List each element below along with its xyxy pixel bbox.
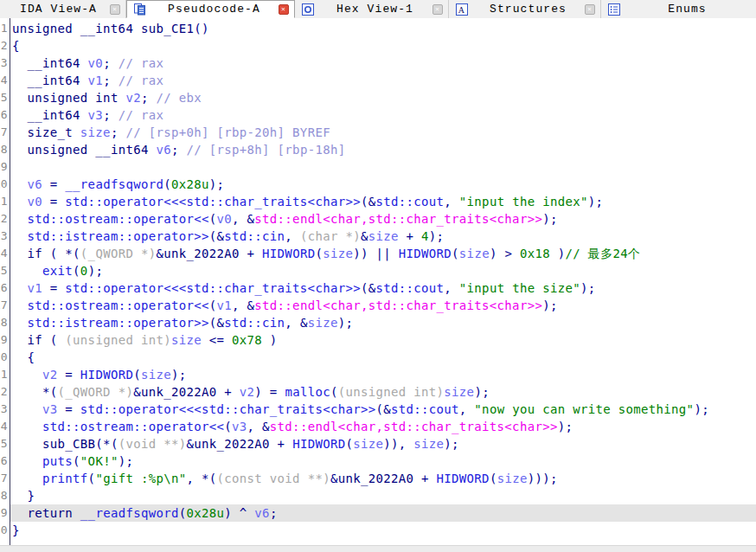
token-pl: ( <box>209 212 217 226</box>
token-pl <box>12 437 42 451</box>
tab-structures[interactable]: AStructures✕ <box>449 0 601 18</box>
token-pl: ); <box>474 385 490 399</box>
code-text: } <box>10 487 756 504</box>
token-pl: , & <box>247 420 270 433</box>
code-line[interactable]: 3 __int64 v0; // rax <box>0 55 756 72</box>
code-line[interactable]: 28 } <box>0 487 756 504</box>
token-num: 0 <box>80 264 88 278</box>
token-pl <box>12 368 42 382</box>
code-line[interactable]: 17 std::ostream::operator<<(v1, &std::en… <box>0 297 756 314</box>
line-number: 30 <box>0 522 10 539</box>
code-line[interactable]: 14 if ( *((_QWORD *)&unk_2022A0 + HIDWOR… <box>0 245 756 262</box>
code-line[interactable]: 13 std::istream::operator>>(&std::cin, (… <box>0 228 756 245</box>
code-line[interactable]: 25 sub_CBB(*((void **)&unk_2022A0 + HIDW… <box>0 435 756 453</box>
code-line[interactable]: 11 v0 = std::operator<<<std::char_traits… <box>0 193 756 210</box>
close-icon[interactable]: ✕ <box>585 4 595 15</box>
close-icon[interactable]: ✕ <box>279 4 289 15</box>
line-number: 2 <box>0 37 10 55</box>
token-pl: ( <box>315 247 323 260</box>
horizontal-scrollbar[interactable] <box>0 545 756 552</box>
token-var: size <box>171 333 202 347</box>
token-pl: *( <box>12 385 58 399</box>
token-fn: std::cin <box>224 316 285 330</box>
code-line[interactable]: 23 v3 = std::operator<<<std::char_traits… <box>0 401 756 418</box>
token-pl: ( <box>209 298 217 312</box>
token-pl: , *( <box>186 472 216 485</box>
code-line[interactable]: 20 { <box>0 349 756 366</box>
code-text: if ( *((_QWORD *)&unk_2022A0 + HIDWORD(s… <box>10 245 756 262</box>
token-fn: __readfsqword <box>65 177 163 191</box>
token-fn: HIDWORD <box>80 368 133 382</box>
token-pl <box>12 298 28 312</box>
line-number: 25 <box>0 435 10 453</box>
code-line[interactable]: 27 printf("gift :%p\n", *((const void **… <box>0 470 756 487</box>
token-fn: std::cout <box>391 402 459 416</box>
token-pl <box>12 56 28 70</box>
token-var: size <box>308 316 338 330</box>
code-line[interactable]: 21 v2 = HIDWORD(size); <box>0 366 756 383</box>
code-line[interactable]: 1unsigned __int64 sub_CE1() <box>0 20 756 37</box>
token-cast: (char *) <box>300 229 361 243</box>
token-fn: std::ostream::operator<< <box>28 298 209 312</box>
code-line[interactable]: 9 <box>0 158 756 176</box>
token-var: v3 <box>42 402 58 416</box>
token-pl: ); <box>588 195 604 209</box>
code-line[interactable]: 2{ <box>0 37 756 55</box>
tab-bar: IDA View-A✕Pseudocode-A✕Hex View-1✕AStru… <box>0 0 756 18</box>
token-pl: ( <box>42 333 65 347</box>
tab-ida-view-a[interactable]: IDA View-A✕ <box>0 0 126 18</box>
code-text: std::istream::operator>>(&std::cin, (cha… <box>10 228 756 245</box>
code-line[interactable]: 22 *((_QWORD *)&unk_2022A0 + v2) = mallo… <box>0 383 756 401</box>
close-icon[interactable]: ✕ <box>110 4 120 15</box>
code-text: v2 = HIDWORD(size); <box>10 366 756 383</box>
token-var: v6 <box>254 506 270 520</box>
token-cmt: // rax <box>119 74 164 87</box>
tab-hex-view-1[interactable]: Hex View-1✕ <box>295 0 449 18</box>
tab-enums[interactable]: Enums <box>601 0 756 18</box>
token-pl: )), <box>383 437 413 451</box>
token-pl: ); <box>338 316 354 330</box>
token-kw: __int64 <box>28 56 88 70</box>
token-pl: (& <box>361 195 376 209</box>
code-line[interactable]: 6 __int64 v3; // rax <box>0 106 756 124</box>
code-line[interactable]: 8 unsigned __int64 v6; // [rsp+8h] [rbp-… <box>0 141 756 158</box>
code-line[interactable]: 7 size_t size; // [rsp+0h] [rbp-20h] BYR… <box>0 124 756 141</box>
close-icon[interactable]: ✕ <box>432 4 443 15</box>
token-pl <box>12 281 28 295</box>
code-text: __int64 v1; // rax <box>10 72 756 89</box>
token-pl: & <box>186 437 194 451</box>
token-str: "now you can write something" <box>474 402 694 416</box>
line-number: 28 <box>0 487 10 504</box>
tab-pseudocode-a[interactable]: Pseudocode-A✕ <box>126 0 295 18</box>
token-pl: (& <box>209 229 225 243</box>
code-line[interactable]: 10 v6 = __readfsqword(0x28u); <box>0 176 756 193</box>
code-line[interactable]: 26 puts("OK!"); <box>0 453 756 470</box>
token-var: v0 <box>88 56 104 70</box>
line-number: 21 <box>0 366 10 383</box>
token-var: size <box>353 437 383 451</box>
token-pl: ( <box>163 177 171 191</box>
token-fn: std::cin <box>224 229 285 243</box>
line-number: 13 <box>0 228 10 245</box>
code-line[interactable]: 30} <box>0 522 756 539</box>
code-line[interactable]: 24 std::ostream::operator<<(v3, &std::en… <box>0 418 756 435</box>
token-pl <box>12 125 28 139</box>
enums-icon <box>608 3 620 16</box>
code-line[interactable]: 18 std::istream::operator>>(&std::cin, &… <box>0 314 756 331</box>
code-line[interactable]: 5 unsigned int v2; // ebx <box>0 89 756 106</box>
code-line[interactable]: 16 v1 = std::operator<<<std::char_traits… <box>0 279 756 297</box>
code-line[interactable]: 15 exit(0); <box>0 262 756 279</box>
token-pl: ) <box>262 333 278 347</box>
code-line[interactable]: 19 if ( (unsigned int)size <= 0x78 ) <box>0 331 756 349</box>
code-line[interactable]: 4 __int64 v1; // rax <box>0 72 756 89</box>
line-number: 4 <box>0 72 10 89</box>
token-pl: ; <box>111 125 126 139</box>
token-pl <box>12 402 42 416</box>
code-line[interactable]: 29 return __readfsqword(0x28u) ^ v6; <box>0 504 756 522</box>
token-var: v3 <box>88 108 104 122</box>
line-number: 11 <box>0 193 10 210</box>
code-line[interactable]: 12 std::ostream::operator<<(v0, &std::en… <box>0 210 756 228</box>
token-kw: unsigned __int64 <box>28 143 157 157</box>
token-pl: & <box>156 247 163 260</box>
token-pl: ); <box>171 368 187 382</box>
